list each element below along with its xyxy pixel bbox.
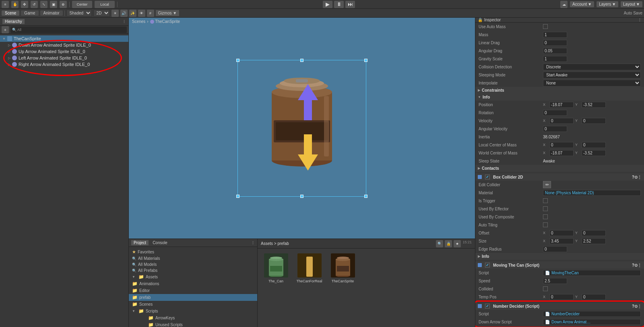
moving-can-toggle[interactable]: [478, 263, 482, 267]
info-header[interactable]: ▼ Info: [475, 94, 644, 101]
editor-folder[interactable]: 📁 Editor: [129, 287, 257, 294]
hierarchy-child-2[interactable]: ▷ Left Arrow Animated Sprite IDLE_0: [0, 55, 128, 61]
search-assets-icon[interactable]: 🔍: [436, 240, 443, 247]
local-center-x-input[interactable]: [549, 142, 574, 148]
number-decider-header[interactable]: ✓ Number Decider (Script) ?⊙⋮: [475, 302, 644, 310]
play-button[interactable]: ▶: [323, 1, 332, 8]
asset-item-the-can-for-real[interactable]: TheCanForReal: [294, 252, 324, 285]
used-effector-checkbox[interactable]: [543, 206, 548, 211]
down-arrow-field[interactable]: 📄 Down Arrow Animated Sprite IDLE_0 (Dow…: [543, 319, 641, 325]
position-y-input[interactable]: [582, 102, 606, 108]
moving-can-enable[interactable]: ✓: [485, 263, 490, 267]
scale-tool[interactable]: ⤡: [40, 1, 47, 8]
box-collider-menu[interactable]: ?⊙⋮: [632, 175, 642, 179]
box-collider-toggle[interactable]: [478, 175, 482, 179]
animations-folder[interactable]: 📁 Animations: [129, 280, 257, 287]
moving-can-menu[interactable]: ?⊙⋮: [632, 263, 642, 267]
account-dropdown[interactable]: Account ▼: [570, 1, 594, 7]
handle-br[interactable]: [364, 195, 367, 198]
transform-tool[interactable]: ⊕: [60, 1, 67, 8]
edit-collider-button[interactable]: ✏: [543, 181, 551, 188]
size-y-input[interactable]: [582, 238, 606, 244]
2d-select[interactable]: 2D: [93, 10, 110, 16]
interpolate-select[interactable]: None: [543, 80, 641, 86]
number-decider-menu[interactable]: ?⊙⋮: [632, 304, 642, 308]
velocity-y-input[interactable]: [582, 118, 606, 124]
add-hierarchy-button[interactable]: +: [2, 26, 9, 33]
hierarchy-child-1[interactable]: ▷ Up Arrow Animated Sprite IDLE_0: [0, 48, 128, 55]
constraints-header[interactable]: ▶ Constraints: [475, 87, 644, 94]
offset-x-input[interactable]: [549, 230, 574, 236]
box-collider-enable[interactable]: ✓: [485, 175, 490, 179]
center-toggle[interactable]: Center: [72, 1, 92, 8]
use-auto-mass-checkbox[interactable]: [543, 24, 548, 29]
collider-info-header[interactable]: ▶ Info: [475, 253, 644, 260]
world-center-y-input[interactable]: [582, 150, 606, 156]
project-tab[interactable]: Project: [131, 240, 149, 245]
hierarchy-child-3[interactable]: ▷ Right Arrow Animated Sprite IDLE_0: [0, 61, 128, 68]
mass-input[interactable]: [543, 32, 567, 38]
velocity-x-input[interactable]: [549, 118, 574, 124]
hierarchy-root-item[interactable]: ▼ TheCanSprite: [0, 35, 128, 42]
handle-bl[interactable]: [236, 195, 239, 198]
position-x-input[interactable]: [549, 102, 574, 108]
move-tool[interactable]: ✥: [21, 1, 28, 8]
rotation-input[interactable]: [543, 110, 567, 116]
asset-item-the-can[interactable]: The_Can: [261, 252, 291, 285]
scene-vis-icon[interactable]: 👁: [138, 10, 145, 17]
scripts-folder[interactable]: ▼ 📁 Scripts: [129, 308, 257, 315]
number-decider-toggle[interactable]: [478, 304, 482, 308]
pause-button[interactable]: ⏸: [334, 1, 344, 8]
world-center-x-input[interactable]: [549, 150, 574, 156]
hand-tool[interactable]: ✋: [11, 1, 19, 8]
game-tab[interactable]: Game: [21, 10, 38, 16]
number-decider-enable[interactable]: ✓: [485, 304, 490, 308]
all-prefabs-folder[interactable]: 🔍 All Prefabs: [129, 267, 257, 274]
rotate-tool[interactable]: ↺: [31, 1, 38, 8]
contacts-header[interactable]: ▶ Contacts: [475, 165, 644, 172]
sleeping-mode-select[interactable]: Start Awake: [543, 72, 641, 78]
used-composite-checkbox[interactable]: [543, 214, 548, 219]
box-collider-header[interactable]: ✓ Box Collider 2D ?⊙⋮: [475, 173, 644, 181]
unity-menu[interactable]: ≡: [2, 1, 9, 8]
handle-tm[interactable]: [300, 59, 303, 62]
gizmos-button[interactable]: Gizmos ▼: [156, 10, 180, 16]
hierarchy-menu[interactable]: ⋮: [122, 20, 126, 24]
size-x-input[interactable]: [549, 238, 574, 244]
layers-dropdown[interactable]: Layers ▼: [597, 1, 618, 7]
local-toggle[interactable]: Local: [95, 1, 115, 8]
handle-tr[interactable]: [364, 59, 367, 62]
console-tab[interactable]: Console: [150, 240, 170, 245]
fx-icon[interactable]: ✨: [129, 10, 136, 17]
unused-scripts-folder[interactable]: 📁 Unused Scripts: [129, 321, 257, 327]
hierarchy-child-0[interactable]: ▷ Down Arrow Animated Sprite IDLE_0: [0, 42, 128, 48]
local-center-y-input[interactable]: [582, 142, 606, 148]
scene-tab[interactable]: Scene: [2, 10, 19, 16]
speed-input[interactable]: [543, 278, 567, 284]
edge-radius-input[interactable]: [543, 246, 567, 252]
gravity-scale-input[interactable]: [543, 56, 567, 62]
lighting-icon[interactable]: ☀: [111, 10, 119, 17]
arrowkeys-folder[interactable]: 📁 ArrowKeys: [129, 315, 257, 321]
script-field[interactable]: 📄 MovingTheCan: [543, 270, 641, 276]
shaded-select[interactable]: Shaded: [66, 10, 92, 16]
all-models-folder[interactable]: 🔍 All Models: [129, 261, 257, 267]
handle-tl[interactable]: [236, 59, 239, 62]
inspector-menu[interactable]: ⋮: [638, 18, 642, 22]
hierarchy-tab[interactable]: Hierarchy: [2, 19, 25, 24]
temp-pos-x-input[interactable]: [549, 294, 574, 300]
all-materials-folder[interactable]: 🔍 All Materials: [129, 255, 257, 261]
animator-tab[interactable]: Animator: [40, 10, 63, 16]
angular-velocity-input[interactable]: [543, 126, 567, 132]
is-trigger-checkbox[interactable]: [543, 198, 548, 203]
project-menu[interactable]: ⋮: [251, 241, 255, 245]
lock-icon[interactable]: 🔒: [445, 240, 452, 247]
moving-can-header[interactable]: ✓ Moving The Can (Script) ?⊙⋮: [475, 261, 644, 269]
asset-item-the-can-sprite[interactable]: TheCanSprite: [328, 252, 358, 285]
rect-tool[interactable]: ▣: [50, 1, 57, 8]
grid-icon[interactable]: #: [147, 10, 154, 17]
scenes-folder[interactable]: 📁 Scenes: [129, 301, 257, 308]
layout-dropdown[interactable]: Layout ▼: [621, 1, 642, 7]
favorites-folder[interactable]: ★ Favorites: [129, 249, 257, 255]
material-field[interactable]: None (Physics Material 2D): [543, 190, 641, 196]
